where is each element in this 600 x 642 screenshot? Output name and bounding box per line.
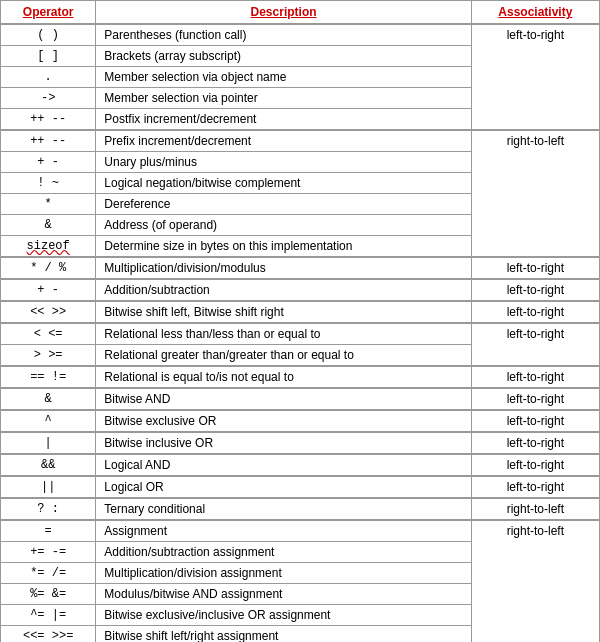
operator-cell: *= /= — [1, 563, 96, 584]
associativity-cell: right-to-left — [471, 498, 599, 520]
operator-cell: > >= — [1, 345, 96, 367]
description-cell: Prefix increment/decrement — [96, 130, 471, 152]
operator-cell: + - — [1, 152, 96, 173]
operator-cell: <<= >>= — [1, 626, 96, 643]
description-cell: Parentheses (function call) — [96, 24, 471, 46]
description-cell: Brackets (array subscript) — [96, 46, 471, 67]
associativity-cell: right-to-left — [471, 520, 599, 642]
description-cell: Addition/subtraction — [96, 279, 471, 301]
description-cell: Bitwise shift left/right assignment — [96, 626, 471, 643]
operator-cell: ^= |= — [1, 605, 96, 626]
associativity-cell: right-to-left — [471, 130, 599, 257]
operator-cell: == != — [1, 366, 96, 388]
description-cell: Logical negation/bitwise complement — [96, 173, 471, 194]
operator-cell: ++ -- — [1, 130, 96, 152]
operator-cell: & — [1, 388, 96, 410]
associativity-cell: left-to-right — [471, 257, 599, 279]
description-cell: Postfix increment/decrement — [96, 109, 471, 131]
associativity-cell: left-to-right — [471, 279, 599, 301]
description-cell: Dereference — [96, 194, 471, 215]
description-cell: Member selection via pointer — [96, 88, 471, 109]
description-cell: Ternary conditional — [96, 498, 471, 520]
description-cell: Bitwise AND — [96, 388, 471, 410]
operator-cell: && — [1, 454, 96, 476]
description-cell: Relational less than/less than or equal … — [96, 323, 471, 345]
description-cell: Assignment — [96, 520, 471, 542]
operator-cell: & — [1, 215, 96, 236]
associativity-cell: left-to-right — [471, 366, 599, 388]
associativity-cell: left-to-right — [471, 454, 599, 476]
operator-cell: . — [1, 67, 96, 88]
operator-cell: sizeof — [1, 236, 96, 258]
description-cell: Member selection via object name — [96, 67, 471, 88]
operator-cell: + - — [1, 279, 96, 301]
operator-cell: -> — [1, 88, 96, 109]
description-cell: Multiplication/division assignment — [96, 563, 471, 584]
operator-cell: ++ -- — [1, 109, 96, 131]
associativity-cell: left-to-right — [471, 388, 599, 410]
operator-cell: * / % — [1, 257, 96, 279]
description-cell: Modulus/bitwise AND assignment — [96, 584, 471, 605]
operator-cell: << >> — [1, 301, 96, 323]
operator-cell: %= &= — [1, 584, 96, 605]
description-cell: Bitwise exclusive/inclusive OR assignmen… — [96, 605, 471, 626]
col-header-operator: Operator — [1, 1, 96, 25]
description-cell: Addition/subtraction assignment — [96, 542, 471, 563]
operator-cell: += -= — [1, 542, 96, 563]
associativity-cell: left-to-right — [471, 410, 599, 432]
operator-cell: = — [1, 520, 96, 542]
operator-cell: ! ~ — [1, 173, 96, 194]
operator-cell: ^ — [1, 410, 96, 432]
operator-cell: | — [1, 432, 96, 454]
operator-cell: * — [1, 194, 96, 215]
associativity-cell: left-to-right — [471, 24, 599, 130]
description-cell: Relational greater than/greater than or … — [96, 345, 471, 367]
operator-cell: ( ) — [1, 24, 96, 46]
description-cell: Logical OR — [96, 476, 471, 498]
operator-cell: || — [1, 476, 96, 498]
description-cell: Determine size in bytes on this implemen… — [96, 236, 471, 258]
description-cell: Address (of operand) — [96, 215, 471, 236]
associativity-cell: left-to-right — [471, 323, 599, 366]
associativity-cell: left-to-right — [471, 432, 599, 454]
description-cell: Bitwise exclusive OR — [96, 410, 471, 432]
description-cell: Unary plus/minus — [96, 152, 471, 173]
description-cell: Bitwise inclusive OR — [96, 432, 471, 454]
col-header-description: Description — [96, 1, 471, 25]
description-cell: Logical AND — [96, 454, 471, 476]
col-header-associativity: Associativity — [471, 1, 599, 25]
operator-table: Operator Description Associativity ( )Pa… — [0, 0, 600, 642]
description-cell: Relational is equal to/is not equal to — [96, 366, 471, 388]
associativity-cell: left-to-right — [471, 476, 599, 498]
operator-cell: < <= — [1, 323, 96, 345]
operator-cell: [ ] — [1, 46, 96, 67]
description-cell: Multiplication/division/modulus — [96, 257, 471, 279]
description-cell: Bitwise shift left, Bitwise shift right — [96, 301, 471, 323]
associativity-cell: left-to-right — [471, 301, 599, 323]
operator-cell: ? : — [1, 498, 96, 520]
